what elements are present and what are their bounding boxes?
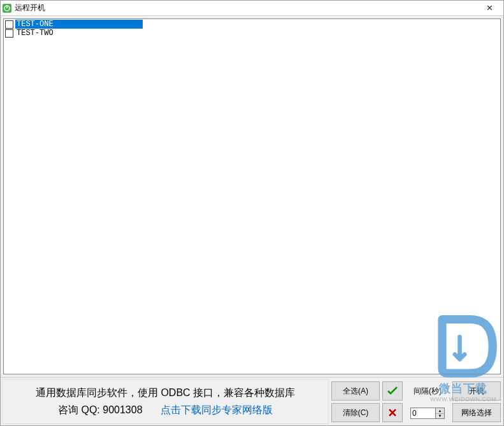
- network-select-button[interactable]: 网络选择: [452, 403, 501, 422]
- clear-button[interactable]: 清除(C): [331, 403, 380, 422]
- confirm-button[interactable]: [382, 381, 403, 401]
- close-icon: ✕: [486, 3, 493, 13]
- promo-line2: 咨询 QQ: 9001308 点击下载同步专家网络版: [58, 404, 273, 417]
- spinner-down[interactable]: ▼: [436, 414, 444, 419]
- checkbox[interactable]: [5, 29, 13, 38]
- titlebar: 远程开机 ✕: [1, 1, 503, 16]
- controls-grid: 全选(A) 间隔(秒) 开机 清除(C) ▲: [330, 379, 502, 424]
- close-button[interactable]: ✕: [477, 1, 502, 15]
- bottom-panel: 通用数据库同步软件，使用 ODBC 接口，兼容各种数据库 咨询 QQ: 9001…: [1, 377, 503, 425]
- interval-field: 间隔(秒): [405, 381, 450, 401]
- list-item-label: TEST-ONE: [15, 20, 143, 29]
- promo-box: 通用数据库同步软件，使用 ODBC 接口，兼容各种数据库 咨询 QQ: 9001…: [2, 379, 329, 424]
- qq-contact: 咨询 QQ: 9001308: [58, 404, 143, 415]
- app-window: 远程开机 ✕ TEST-ONE TEST-TWO 通用数据库同步软件，使用 OD…: [0, 0, 504, 426]
- app-icon: [2, 3, 12, 13]
- interval-label: 间隔(秒): [414, 387, 442, 395]
- interval-input[interactable]: [410, 408, 436, 419]
- cancel-button[interactable]: [382, 403, 403, 422]
- select-all-button[interactable]: 全选(A): [331, 381, 380, 401]
- power-on-button[interactable]: 开机: [452, 381, 501, 401]
- checkbox[interactable]: [5, 20, 13, 29]
- window-title: 远程开机: [15, 3, 477, 13]
- list-item[interactable]: TEST-ONE: [4, 20, 500, 29]
- promo-text: 通用数据库同步软件，使用 ODBC 接口，兼容各种数据库: [36, 387, 295, 400]
- interval-spinner: ▲ ▼: [436, 408, 445, 419]
- check-icon: [387, 387, 398, 395]
- download-link[interactable]: 点击下载同步专家网络版: [161, 404, 273, 415]
- host-list[interactable]: TEST-ONE TEST-TWO: [3, 18, 501, 374]
- list-item[interactable]: TEST-TWO: [4, 29, 500, 38]
- list-item-label: TEST-TWO: [15, 29, 54, 38]
- spinner-up[interactable]: ▲: [436, 408, 444, 414]
- interval-input-cell: ▲ ▼: [405, 403, 450, 422]
- x-icon: [388, 408, 397, 417]
